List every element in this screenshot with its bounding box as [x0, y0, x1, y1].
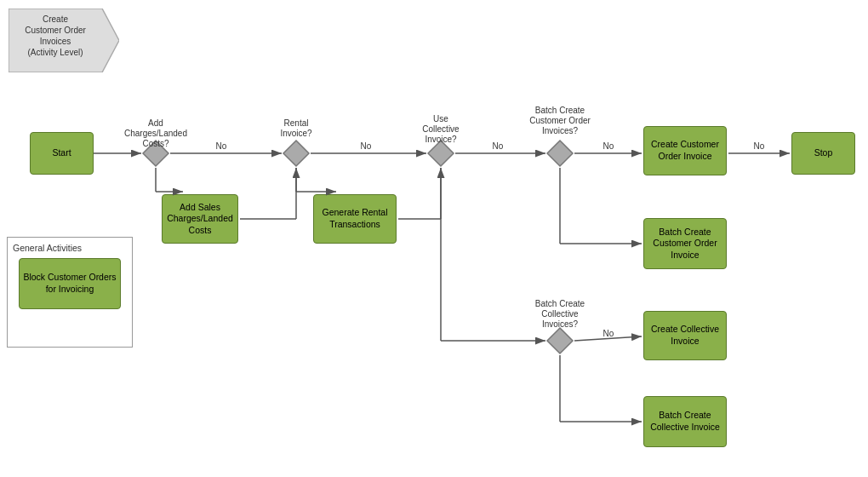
add-sales-charges-node: Add Sales Charges/Landed Costs	[162, 194, 238, 244]
svg-text:Customer Order: Customer Order	[529, 116, 591, 125]
batch-collective-node: Batch Create Collective Invoice	[643, 396, 727, 447]
svg-text:Invoice?: Invoice?	[425, 135, 457, 144]
svg-text:Invoice?: Invoice?	[280, 129, 312, 138]
svg-text:No: No	[361, 141, 372, 151]
svg-text:Use: Use	[433, 114, 448, 124]
generate-rental-node: Generate Rental Transactions	[313, 194, 397, 244]
svg-text:Invoices: Invoices	[40, 37, 71, 46]
svg-text:Batch Create: Batch Create	[535, 299, 585, 308]
svg-text:Create: Create	[43, 14, 68, 24]
svg-text:(Activity Level): (Activity Level)	[27, 48, 83, 57]
svg-text:Invoices?: Invoices?	[542, 319, 579, 329]
diamond-d5	[547, 328, 573, 353]
block-customer-orders-node: Block Customer Orders for Invoicing	[19, 258, 121, 309]
stop-node: Stop	[791, 132, 855, 175]
svg-text:Collective: Collective	[422, 124, 460, 134]
diamond-d3	[428, 141, 454, 166]
svg-text:Costs?: Costs?	[142, 139, 169, 148]
create-coi-node: Create Customer Order Invoice	[643, 126, 727, 175]
diamond-d2	[283, 141, 309, 166]
general-activities-title: General Activities	[13, 243, 127, 253]
svg-text:No: No	[493, 141, 504, 151]
create-collective-node: Create Collective Invoice	[643, 311, 727, 360]
svg-text:Customer Order: Customer Order	[25, 26, 86, 35]
svg-text:Charges/Landed: Charges/Landed	[124, 129, 187, 138]
diamond-d4	[547, 141, 573, 166]
svg-text:No: No	[754, 141, 765, 151]
diagram-title: Create Customer Order Invoices (Activity…	[9, 9, 119, 72]
general-activities-box: General Activities Block Customer Orders…	[7, 237, 133, 348]
svg-text:Rental: Rental	[284, 118, 309, 128]
batch-create-coi-node: Batch Create Customer Order Invoice	[643, 218, 727, 269]
diagram-canvas: Create Customer Order Invoices (Activity…	[0, 0, 868, 477]
svg-text:Collective: Collective	[541, 309, 579, 319]
start-node: Start	[30, 132, 94, 175]
svg-text:Add: Add	[148, 118, 163, 128]
svg-text:No: No	[603, 329, 614, 338]
svg-line-43	[574, 336, 642, 341]
svg-text:Batch Create: Batch Create	[535, 106, 585, 115]
diamond-d1	[143, 141, 168, 166]
svg-text:No: No	[603, 141, 614, 151]
svg-text:Invoices?: Invoices?	[542, 126, 579, 135]
svg-text:No: No	[216, 141, 227, 151]
